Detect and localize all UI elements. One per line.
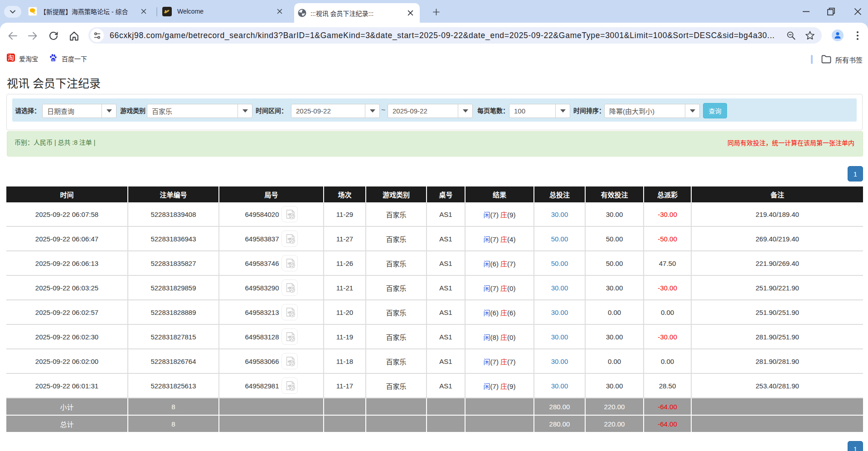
svg-text:du: du <box>52 58 55 61</box>
